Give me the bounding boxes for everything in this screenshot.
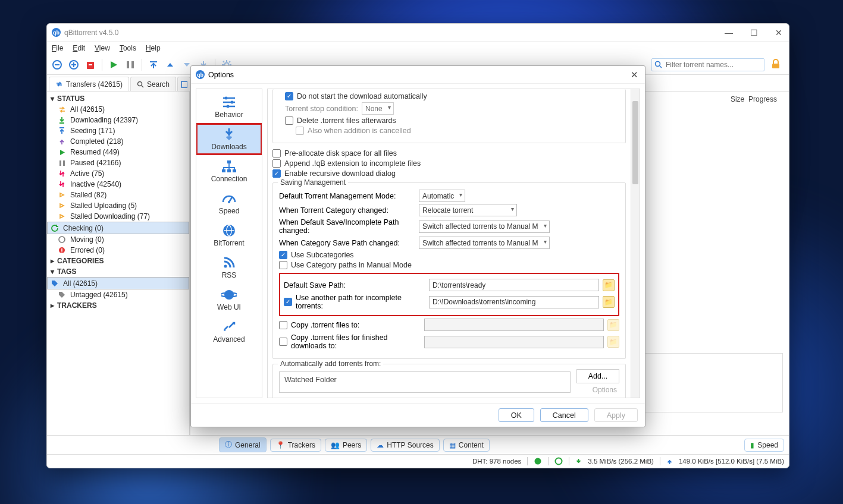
sidebar-item-paused[interactable]: Paused (42166) — [47, 158, 189, 168]
sidebar-item-seeding[interactable]: Seeding (171) — [47, 125, 189, 136]
move-top-button[interactable] — [146, 58, 161, 72]
lock-icon[interactable] — [770, 59, 782, 71]
cb-prealloc[interactable] — [272, 149, 281, 158]
nav-downloads[interactable]: Downloads — [196, 124, 262, 155]
input-default-save-path[interactable] — [429, 279, 599, 291]
sidebar-item-downloading[interactable]: Downloading (42397) — [47, 115, 189, 125]
btab-speed[interactable]: ▮Speed — [744, 439, 784, 452]
cb-incomplete-path[interactable] — [284, 298, 292, 306]
sidebar-item-checking[interactable]: Checking (0) — [47, 222, 189, 234]
speedlimit-icon[interactable] — [554, 457, 563, 465]
sidebar-item-resumed[interactable]: Resumed (449) — [47, 147, 189, 158]
svg-rect-10 — [59, 160, 61, 166]
ok-button[interactable]: OK — [499, 408, 534, 422]
add-torrent-button[interactable] — [67, 58, 81, 72]
bottom-tabs: ⓘGeneral 📍Trackers 👥Peers ☁HTTP Sources … — [47, 435, 789, 454]
cb-catmanual[interactable] — [279, 261, 287, 269]
sidebar-tags-header[interactable]: ▾TAGS — [47, 266, 189, 277]
nav-bittorrent[interactable]: BitTorrent — [196, 220, 262, 251]
tab-search[interactable]: Search — [130, 77, 176, 91]
sidebar-item-stalled[interactable]: Stalled (82) — [47, 190, 189, 200]
pause-button[interactable] — [123, 58, 137, 72]
input-copy-finished — [424, 336, 604, 348]
sidebar-trackers-header[interactable]: ▸TRACKERS — [47, 300, 189, 311]
cb-recursive[interactable] — [272, 169, 281, 178]
filter-input[interactable] — [665, 60, 761, 70]
maximize-button[interactable]: ☐ — [748, 28, 759, 37]
nav-rss[interactable]: RSS — [196, 252, 262, 283]
globe-icon[interactable] — [534, 457, 542, 465]
sidebar-item-moving[interactable]: Moving (0) — [47, 234, 189, 245]
filter-box[interactable] — [651, 58, 764, 71]
browse-copy: 📁 — [607, 319, 619, 331]
col-progress[interactable]: Progress — [748, 95, 777, 103]
svg-point-28 — [224, 290, 234, 300]
menu-help[interactable]: Help — [146, 44, 161, 52]
add-link-button[interactable] — [50, 58, 64, 72]
sidebar-item-errored[interactable]: Errored (0) — [47, 245, 189, 256]
cancel-button[interactable]: Cancel — [540, 408, 588, 422]
nav-behavior[interactable]: Behavior — [196, 92, 262, 122]
sidebar-item-all[interactable]: All (42615) — [47, 104, 189, 115]
tab-search-label: Search — [147, 80, 170, 89]
resume-button[interactable] — [106, 58, 121, 72]
menu-edit[interactable]: Edit — [73, 44, 85, 52]
btab-peers[interactable]: 👥Peers — [325, 439, 367, 452]
sidebar-tag-untagged[interactable]: Untagged (42615) — [47, 289, 189, 300]
sel-defmode[interactable]: Automatic — [419, 190, 465, 202]
sel-catpathchg[interactable]: Switch affected torrents to Manual Mode — [419, 237, 550, 249]
browse-default-save[interactable]: 📁 — [603, 279, 615, 291]
nav-advanced[interactable]: Advanced — [196, 316, 262, 347]
btab-http[interactable]: ☁HTTP Sources — [371, 439, 439, 452]
tab-transfers[interactable]: Transfers (42615) — [49, 77, 129, 91]
nav-webui[interactable]: Web UI — [196, 284, 262, 315]
cb-usesub[interactable] — [279, 251, 287, 259]
svg-rect-4 — [131, 61, 134, 68]
sel-catchg[interactable]: Relocate torrent — [419, 204, 517, 216]
svg-rect-9 — [181, 81, 187, 87]
menu-view[interactable]: View — [95, 44, 110, 52]
svg-point-20 — [227, 105, 230, 108]
col-size[interactable]: Size — [731, 95, 744, 103]
close-button[interactable]: ✕ — [773, 28, 784, 37]
svg-rect-24 — [233, 169, 236, 172]
browse-incomplete[interactable]: 📁 — [603, 296, 615, 308]
cb-appendqb[interactable] — [272, 159, 281, 168]
cb-copy-torrent[interactable] — [279, 321, 287, 329]
delete-button[interactable] — [83, 58, 98, 72]
btab-content[interactable]: ▦Content — [443, 439, 490, 452]
cb-copy-finished[interactable] — [279, 338, 287, 346]
options-nav: Behavior Downloads Connection Speed BitT… — [196, 89, 262, 398]
add-watched-button[interactable]: Add... — [576, 369, 619, 383]
dialog-close-button[interactable]: ✕ — [628, 70, 640, 80]
cb-delete-torrent[interactable] — [285, 116, 293, 125]
sidebar-item-inactive[interactable]: Inactive (42540) — [47, 179, 189, 190]
options-scrollbar[interactable] — [631, 89, 640, 398]
sidebar-item-stalled-up[interactable]: Stalled Uploading (5) — [47, 200, 189, 211]
sel-defpathchg[interactable]: Switch affected torrents to Manual Mode — [419, 220, 550, 233]
sel-stopcond[interactable]: None — [362, 102, 394, 115]
menu-file[interactable]: File — [52, 44, 63, 52]
sidebar-status-header[interactable]: ▾STATUS — [47, 93, 189, 104]
nav-connection[interactable]: Connection — [196, 156, 262, 187]
nav-speed[interactable]: Speed — [196, 188, 262, 219]
status-dht: DHT: 978 nodes — [472, 458, 521, 465]
watched-folders-list[interactable]: Watched Folder — [279, 371, 571, 393]
sidebar-item-stalled-down[interactable]: Stalled Downloading (77) — [47, 211, 189, 222]
input-incomplete-path[interactable] — [429, 296, 599, 308]
titlebar: qb qBittorrent v4.5.0 — ☐ ✕ — [47, 24, 789, 42]
svg-point-16 — [535, 458, 541, 465]
cb-nostart[interactable] — [285, 92, 293, 100]
minimize-button[interactable]: — — [723, 28, 734, 37]
btab-general[interactable]: ⓘGeneral — [219, 437, 267, 452]
sidebar-categories-header[interactable]: ▸CATEGORIES — [47, 256, 189, 266]
menu-tools[interactable]: Tools — [120, 44, 136, 52]
sidebar-tag-all[interactable]: All (42615) — [47, 277, 189, 289]
apply-button[interactable]: Apply — [594, 408, 638, 422]
tab-extra[interactable] — [177, 77, 190, 91]
sidebar-item-active[interactable]: Active (75) — [47, 168, 189, 179]
sidebar-item-completed[interactable]: Completed (218) — [47, 136, 189, 147]
svg-rect-21 — [227, 160, 231, 163]
move-up-button[interactable] — [163, 58, 177, 72]
btab-trackers[interactable]: 📍Trackers — [270, 439, 321, 452]
